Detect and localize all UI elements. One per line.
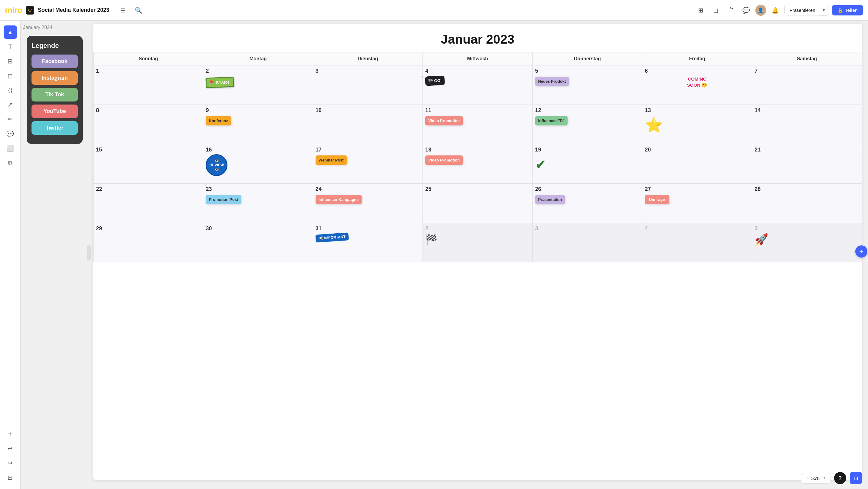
day-1[interactable]: 1 xyxy=(94,65,203,105)
star-sticker: ⭐ xyxy=(645,117,749,133)
menu-icon[interactable]: ☰ xyxy=(117,4,129,17)
fit-button[interactable]: ⊡ xyxy=(850,472,862,484)
sticky-video-promotion-18: Video Promotion xyxy=(425,155,463,165)
legend-tiktok: Tik Tok xyxy=(31,88,78,101)
calendar-grid: Sonntag Montag Dienstag Mittwoch Donners… xyxy=(93,52,862,263)
day-25[interactable]: 25 xyxy=(423,184,532,223)
redo-tool[interactable]: ↪ xyxy=(4,456,17,469)
expand-button[interactable]: + xyxy=(855,245,867,257)
day-10[interactable]: 10 xyxy=(313,105,423,144)
frame-tool[interactable]: ⬜ xyxy=(4,142,17,155)
day-4-next[interactable]: 4 xyxy=(642,223,752,263)
day-7[interactable]: 7 xyxy=(752,65,862,105)
day-11[interactable]: 11 Video Promotion xyxy=(423,105,532,144)
rocket-sticker: 🚀 xyxy=(755,233,859,246)
day-21[interactable]: 21 xyxy=(752,144,862,184)
collapse-handle[interactable]: ⋮ xyxy=(87,245,91,261)
help-button[interactable]: ? xyxy=(834,472,846,484)
day-29[interactable]: 29 xyxy=(94,223,203,263)
legend-twitter: Twitter xyxy=(31,121,78,135)
week-row: 29 30 31 📢 IMPORTANT 2 🏁 xyxy=(94,223,862,263)
add-tool[interactable]: + xyxy=(4,427,17,440)
day-17[interactable]: 17 Webinar Post xyxy=(313,144,423,184)
week-row: 8 9 Konferenz 10 11 Video Promo xyxy=(94,105,862,144)
col-fri: Freitag xyxy=(642,53,752,65)
day-27[interactable]: 27 Umfrage xyxy=(642,184,752,223)
day-9[interactable]: 9 Konferenz xyxy=(203,105,313,144)
sticky-promotion-post: Promotion Post xyxy=(206,195,241,204)
table-tool[interactable]: ⊞ xyxy=(4,55,17,68)
day-14[interactable]: 14 xyxy=(752,105,862,144)
day-22[interactable]: 22 xyxy=(94,184,203,223)
undo-tool[interactable]: ↩ xyxy=(4,442,17,455)
comment-tool[interactable]: 💬 xyxy=(4,127,17,141)
chat-icon[interactable]: 💬 xyxy=(740,4,752,17)
col-mon: Montag xyxy=(203,53,313,65)
board-title[interactable]: Social Media Kalender 2023 xyxy=(38,7,109,13)
day-16[interactable]: 16 👁️REVIEW👁️ xyxy=(203,144,313,184)
present-dropdown[interactable]: ▼ xyxy=(819,5,829,16)
layers-tool[interactable]: ⧉ xyxy=(4,156,17,170)
share-button[interactable]: 🔒 Teilen xyxy=(832,5,863,16)
zoom-control: − 55% + xyxy=(801,473,831,484)
day-26[interactable]: 26 Präsentation xyxy=(532,184,642,223)
coming-soon-sticker: COMINGSOON 😊 xyxy=(645,76,749,88)
day-28[interactable]: 28 xyxy=(752,184,862,223)
legend-panel: Legende Facebook Instagram Tik Tok YouTu… xyxy=(27,36,83,144)
important-sticker: 📢 IMPORTANT xyxy=(315,233,349,243)
day-18[interactable]: 18 Video Promotion xyxy=(423,144,532,184)
zoom-in-button[interactable]: + xyxy=(823,475,826,482)
go-sticker: 🏁 GO! xyxy=(425,75,445,86)
topbar-right: ⊞ ◻ ⏱ 💬 👤 🔔 Präsentieren ▼ 🔒 Teilen xyxy=(695,4,863,17)
calendar-title: Januar 2023 xyxy=(93,24,862,52)
present-button[interactable]: Präsentieren xyxy=(784,5,820,16)
day-31[interactable]: 31 📢 IMPORTANT xyxy=(313,223,423,263)
day-20[interactable]: 20 xyxy=(642,144,752,184)
day-6[interactable]: 6 COMINGSOON 😊 xyxy=(642,65,752,105)
miro-logo: miro xyxy=(5,5,22,15)
sticky-video-promotion-11: Video Promotion xyxy=(425,116,463,125)
tag-tool[interactable]: ⟨⟩ xyxy=(4,84,17,97)
day-3b-next[interactable]: 3 🚀 xyxy=(752,223,862,263)
start-sticker: 🚩 START xyxy=(206,77,234,88)
day-24[interactable]: 24 Influencer Kampagne xyxy=(313,184,423,223)
day-3-next[interactable]: 3 xyxy=(532,223,642,263)
day-19[interactable]: 19 ✔ xyxy=(532,144,642,184)
day-15[interactable]: 15 xyxy=(94,144,203,184)
day-12[interactable]: 12 Influencer "D" xyxy=(532,105,642,144)
day-2[interactable]: 2 🚩 START xyxy=(203,65,313,105)
apps-icon[interactable]: ⊞ xyxy=(695,4,707,17)
sticky-konferenz: Konferenz xyxy=(206,116,231,125)
pen-tool[interactable]: ✏ xyxy=(4,113,17,126)
day-30[interactable]: 30 xyxy=(203,223,313,263)
day-3[interactable]: 3 xyxy=(313,65,423,105)
calendar-container: Januar 2023 • • • Sonntag Montag Diensta… xyxy=(93,24,862,480)
day-23[interactable]: 23 Promotion Post xyxy=(203,184,313,223)
day-5[interactable]: 5 Neues Produkt xyxy=(532,65,642,105)
month-overlay-label: January 2024 xyxy=(21,24,55,31)
day-8[interactable]: 8 xyxy=(94,105,203,144)
week-row: 22 23 Promotion Post 24 Influencer Kampa… xyxy=(94,184,862,223)
sticky-webinar-post: Webinar Post xyxy=(316,155,347,165)
timer-icon[interactable]: ⏱ xyxy=(725,4,737,17)
topbar: miro 🛡 Social Media Kalender 2023 ☰ 🔍 ⊞ … xyxy=(0,0,868,21)
zoom-level: 55% xyxy=(811,476,820,481)
select-icon[interactable]: ◻ xyxy=(710,4,722,17)
day-2-next[interactable]: 2 🏁 xyxy=(423,223,532,263)
day-4[interactable]: 4 🏁 GO! xyxy=(423,65,532,105)
lock-icon: 🔒 xyxy=(837,7,843,13)
col-sun: Sonntag xyxy=(94,53,203,65)
sticky-umfrage: Umfrage xyxy=(645,195,669,204)
note-tool[interactable]: ◻ xyxy=(4,69,17,83)
col-sat: Samstag xyxy=(752,53,862,65)
search-icon[interactable]: 🔍 xyxy=(133,4,145,17)
panel-tool[interactable]: ⊟ xyxy=(4,471,17,484)
text-tool[interactable]: T xyxy=(4,40,17,53)
zoom-out-button[interactable]: − xyxy=(806,475,809,482)
bell-icon[interactable]: 🔔 xyxy=(769,4,781,17)
legend-title: Legende xyxy=(31,42,78,50)
arrow-tool[interactable]: ↗ xyxy=(4,98,17,112)
day-13[interactable]: 13 ⭐ xyxy=(642,105,752,144)
cursor-tool[interactable]: ▲ xyxy=(4,26,17,39)
avatar[interactable]: 👤 xyxy=(755,5,766,16)
